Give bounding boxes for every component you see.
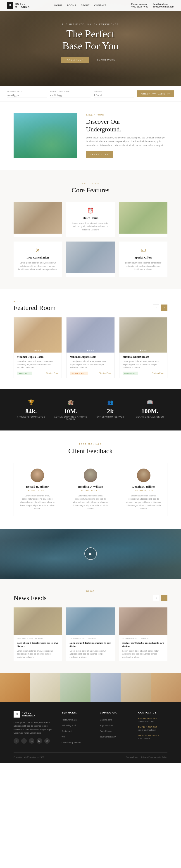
check-availability-button[interactable]: CHECK AVAILABILITY	[137, 90, 174, 97]
social-facebook[interactable]: f	[13, 738, 19, 744]
social-linkedin[interactable]: in	[29, 738, 34, 744]
pool-play-button[interactable]: ▶	[84, 548, 97, 560]
news-nav: ‹ ›	[153, 595, 168, 601]
footer-logo-text: HOTEL MIRANDA	[22, 712, 36, 717]
nav-email-value: info@hotelmail.com	[153, 5, 174, 8]
footer-about: Lorem ipsum dolor sit amet, consectetur …	[13, 721, 52, 735]
footer-phone-value: +900 992 877 00	[138, 720, 168, 723]
news-label: BLOG	[13, 590, 168, 592]
hero-content: THE ULTIMATE LUXURY EXPERIENCE The Perfe…	[61, 23, 120, 63]
testimonial-role-3: FOUNDER, CEO	[126, 489, 161, 491]
tour-description: Lorem ipsum dolor sit amet, consectetur …	[86, 136, 168, 147]
features-section: FACILITIES Core Features ⏰ Quiet Hours L…	[0, 170, 181, 289]
news-body-3: 29TH MARCH 2021 By Admin Each of our 8 d…	[119, 634, 168, 661]
event-3: Party Planner	[100, 728, 129, 733]
room-desc-2: Lorem ipsum dolor sit amet, consectetur …	[70, 360, 111, 369]
logo[interactable]: H HOTEL MIRANDA	[7, 2, 30, 9]
feature-1-desc: Lorem ipsum dolor sit amet, consectetur …	[71, 222, 110, 231]
gallery-item-4[interactable]	[90, 673, 120, 702]
social-youtube[interactable]: ▶	[37, 738, 42, 744]
news-header: News Feeds ‹ ›	[13, 594, 168, 602]
special-offers-icon: 🏷	[141, 247, 146, 253]
gallery-item-2[interactable]	[30, 673, 60, 702]
footer-services-title: Services.	[62, 711, 91, 714]
social-twitter[interactable]: t	[21, 738, 27, 744]
footer-office-value: City, Country	[138, 737, 168, 740]
news-next-button[interactable]: ›	[161, 595, 168, 601]
gallery-item-5[interactable]	[120, 673, 151, 702]
news-card-2: 29TH MARCH 2021 By Admin Each of our 8 d…	[66, 608, 114, 661]
service-5: Casual Party Houses	[62, 740, 91, 744]
news-date-3: 29TH MARCH 2021	[122, 637, 139, 640]
footer-policy: Terms of use Privacy Environmental Polic…	[126, 756, 168, 758]
feature-img-card-1	[13, 202, 62, 237]
logo-box: H	[7, 2, 13, 9]
stat-label-1: Projects Completed	[13, 416, 49, 418]
hero-subtitle: THE ULTIMATE LUXURY EXPERIENCE	[61, 23, 120, 25]
news-desc-1: Lorem ipsum dolor sit amet, consectetur …	[17, 650, 59, 659]
news-author-2: By Admin	[88, 637, 96, 640]
footer-terms[interactable]: Terms of use	[126, 756, 138, 758]
room-dots-1	[34, 350, 41, 351]
feature-2-name: Free Cancellation	[27, 256, 49, 259]
stat-icon-4: 📖	[132, 399, 168, 405]
event-2: Yoga Sessions	[100, 723, 129, 727]
testimonials-label: TESTIMONIALS	[13, 443, 168, 445]
social-instagram[interactable]: ◎	[44, 738, 50, 744]
avatar-2	[84, 469, 97, 482]
hero-learn-button[interactable]: LEARN MORE	[92, 57, 120, 63]
news-prev-button[interactable]: ‹	[153, 595, 159, 601]
nav-home[interactable]: Home	[54, 4, 62, 7]
feature-icon-card-3: 🏷 Special Offers Lorem ipsum dolor sit a…	[119, 242, 168, 277]
tour-learn-button[interactable]: LEARN MORE	[86, 151, 113, 158]
tour-image	[13, 113, 77, 158]
rooms-prev-button[interactable]: ‹	[153, 305, 159, 311]
room-desc-3: Lorem ipsum dolor sit amet, consectetur …	[122, 360, 164, 369]
stat-4: 📖 100M. Years Overall Given	[132, 399, 168, 420]
nav-rooms[interactable]: Rooms	[67, 4, 76, 7]
guests-input[interactable]	[94, 93, 134, 97]
footer-logo: H HOTEL MIRANDA	[13, 711, 52, 718]
room-badge-1: AVAILABLE	[17, 372, 32, 375]
rooms-next-button[interactable]: ›	[161, 305, 168, 311]
avatar-3	[137, 469, 150, 482]
tour-image-inner	[13, 113, 77, 158]
service-4: Wifi	[62, 734, 91, 738]
footer-services: Services. Restaurant & Bar Swimming Pool…	[62, 711, 91, 746]
news-desc-3: Lorem ipsum dolor sit amet, consectetur …	[122, 650, 164, 659]
nav-about[interactable]: About	[81, 4, 89, 7]
stat-label-4: Years Overall Given	[132, 416, 168, 418]
news-date-1: 29TH MARCH 2021	[17, 637, 33, 640]
room-info-2: Minimal Duplex Room Lorem ipsum dolor si…	[67, 352, 114, 378]
gallery-item-6[interactable]	[151, 673, 181, 702]
room-dots-2	[87, 350, 94, 351]
arrival-input[interactable]	[7, 93, 47, 97]
room-image-1	[14, 317, 62, 352]
stat-label-3: Satisfaction Served	[93, 416, 128, 418]
departure-input[interactable]	[50, 93, 90, 97]
footer-brand: H HOTEL MIRANDA Lorem ipsum dolor sit am…	[13, 711, 52, 746]
room-price-3: Starting From	[152, 372, 164, 374]
testimonial-role-2: FOUNDER, CEO	[73, 489, 108, 491]
gallery-item-1[interactable]	[0, 673, 30, 702]
logo-letter: H	[9, 4, 11, 7]
rooms-nav: ‹ ›	[153, 305, 168, 311]
feature-icon-card-2: ✕ Free Cancellation Lorem ipsum dolor si…	[13, 242, 62, 277]
stat-icon-1: 🏆	[13, 399, 49, 405]
footer-social: f t in ▶ ◎	[13, 738, 52, 744]
feature-3-name: Special Offers	[134, 256, 152, 259]
footer-privacy[interactable]: Privacy Environmental Policy	[141, 756, 168, 758]
nav-contact[interactable]: Contact	[94, 4, 107, 7]
arrival-field: Arrival Date	[7, 90, 47, 97]
testimonial-text-3: Lorem ipsum dolor sit amet, consectetur …	[126, 494, 161, 510]
hero-tour-button[interactable]: TAKE A TOUR	[61, 57, 89, 63]
feature-image-2	[119, 202, 168, 234]
play-icon: ▶	[89, 551, 92, 556]
news-meta-1: 29TH MARCH 2021 By Admin	[17, 637, 59, 640]
footer-events: Coming Up. Gaming Zone Yoga Sessions Par…	[100, 711, 129, 746]
hero-title: The Perfect Base For You	[61, 28, 120, 52]
nav-phone-label: Phone Number	[131, 3, 148, 5]
news-date-2: 29TH MARCH 2021	[69, 637, 85, 640]
news-image-3	[119, 608, 168, 634]
gallery-item-3[interactable]	[61, 673, 90, 702]
